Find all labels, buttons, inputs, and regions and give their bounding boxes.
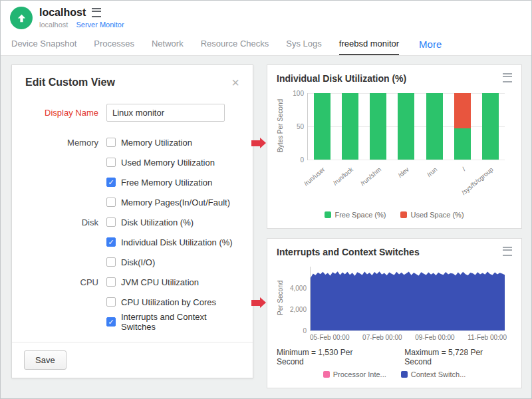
y-tick-label: 100 [293, 90, 304, 97]
header: localhost localhost Server Monitor [1, 1, 531, 34]
bar-sys-fs-cgroup[interactable] [482, 93, 499, 160]
bar-run-lock[interactable] [342, 93, 358, 160]
checkbox-jvm-cpu-utilization[interactable] [106, 277, 116, 287]
disk-y-axis-label: Bytes Per Second [277, 93, 284, 158]
bar-column-sys-fs-cgroup [477, 93, 505, 160]
interrupts-y-axis-label: Per Second [277, 265, 284, 331]
bar-[interactable] [454, 93, 471, 160]
legend-item-processor-inte[interactable]: Processor Inte... [323, 370, 386, 378]
tab-processes[interactable]: Processes [94, 39, 134, 55]
area-series-svg [311, 267, 505, 331]
y-tick-label: 0 [300, 156, 304, 164]
checkbox-individual-disk-utilization[interactable] [106, 237, 116, 247]
checkbox-disk-i-o[interactable] [106, 257, 116, 267]
metric-row-disk-utilization: DiskDisk Utilization (%) [24, 212, 241, 232]
metric-row-individual-disk-utilization: Individual Disk Utilization (%) [24, 232, 241, 252]
legend-label: Processor Inte... [333, 370, 386, 378]
legend-swatch [400, 211, 407, 218]
bar-used-segment [454, 93, 471, 128]
x-label-col: /run/shm [364, 162, 392, 190]
interrupts-chart: Per Second 02,0004,000 05-Feb 00:0007-Fe… [277, 264, 512, 342]
app-window: localhost localhost Server Monitor Devic… [0, 0, 532, 399]
checkbox-free-memory-utilization[interactable] [106, 178, 116, 187]
tab-device-snapshot[interactable]: Device Snapshot [11, 39, 76, 55]
x-category-label-dev: /dev [396, 166, 410, 179]
metric-label-individual-disk-utilization: Individual Disk Utilization (%) [121, 237, 233, 247]
tab-resource-checks[interactable]: Resource Checks [201, 39, 269, 55]
legend-item-free-space[interactable]: Free Space (%) [325, 211, 386, 219]
x-category-label-run: /run [426, 166, 439, 178]
bar-free-segment [454, 128, 471, 160]
metric-row-memory-utilization: MemoryMemory Utilization [24, 132, 241, 152]
title-menu-icon[interactable] [92, 8, 101, 17]
interrupts-summary: Minimum = 1,530 Per Second Maximum = 5,7… [277, 348, 512, 366]
panel-header: Edit Custom View × [12, 65, 253, 96]
content-area: Edit Custom View × Display Name MemoryMe… [1, 56, 531, 398]
x-label-col: /sys/fs/cgroup [476, 162, 504, 190]
checkbox-memory-utilization[interactable] [106, 138, 116, 147]
interrupts-plot: 02,0004,000 [310, 267, 505, 331]
checkbox-interrupts-and-context-switches[interactable] [106, 317, 116, 327]
metric-label-used-memory-utilization: Used Memory Utilization [121, 158, 215, 168]
disk-plot: 050100 [307, 93, 505, 160]
legend-label: Used Space (%) [410, 211, 464, 219]
legend-swatch [325, 211, 331, 218]
metric-row-memory-pages-in-out-fault: Memory Pages(In/Out/Fault) [24, 192, 241, 212]
nav-tabs: Device SnapshotProcessesNetworkResource … [1, 34, 531, 56]
checkbox-used-memory-utilization[interactable] [106, 158, 116, 167]
group-label-memory: Memory [24, 138, 106, 148]
display-name-row: Display Name [24, 104, 241, 122]
interrupts-card-menu-icon[interactable] [503, 247, 512, 256]
bar-column-run-user [308, 93, 336, 160]
legend-item-used-space[interactable]: Used Space (%) [400, 211, 464, 219]
display-name-input[interactable] [106, 104, 225, 122]
bar-run[interactable] [426, 93, 443, 160]
interrupts-legend: Processor Inte...Context Switch... [277, 370, 512, 380]
legend-item-context-switch[interactable]: Context Switch... [401, 370, 466, 378]
tab-freebsd-monitor[interactable]: freebsd monitor [339, 39, 399, 55]
disk-card-header: Individual Disk Utilization (%) [277, 73, 512, 84]
panel-footer: Save [12, 342, 253, 378]
breadcrumb-host[interactable]: localhost [39, 21, 68, 29]
metric-row-used-memory-utilization: Used Memory Utilization [24, 152, 241, 172]
bar-dev[interactable] [398, 93, 414, 160]
checkbox-memory-pages-in-out-fault[interactable] [106, 198, 116, 207]
bar-column-run [420, 93, 448, 160]
save-button[interactable]: Save [24, 350, 66, 370]
monitor-status-icon [10, 7, 33, 29]
x-category-label-: / [461, 166, 467, 172]
breadcrumb-server-monitor[interactable]: Server Monitor [76, 21, 124, 29]
metric-label-jvm-cpu-utilization: JVM CPU Utilization [121, 277, 199, 287]
close-icon[interactable]: × [231, 76, 239, 89]
maximum-value: Maximum = 5,728 Per Second [404, 348, 512, 366]
legend-swatch [401, 371, 408, 378]
bar-free-segment [482, 93, 499, 160]
checkbox-cpu-utilization-by-cores[interactable] [106, 297, 116, 307]
metric-label-free-memory-utilization: Free Memory Utilization [121, 178, 212, 188]
panel-title: Edit Custom View [25, 76, 115, 88]
x-label-col: /run [420, 162, 448, 190]
metric-label-disk-utilization: Disk Utilization (%) [121, 217, 194, 227]
nav-more[interactable]: More [419, 39, 442, 55]
metric-label-interrupts-and-context-switches: Interrupts and Context Switches [121, 312, 241, 332]
bar-column-run-shm [364, 93, 392, 160]
interrupts-card-title: Interrupts and Context Switches [277, 247, 420, 257]
legend-label: Context Switch... [411, 370, 466, 378]
minimum-value: Minimum = 1,530 Per Second [277, 348, 382, 366]
y-tick-label: 4,000 [290, 285, 307, 292]
disk-card-menu-icon[interactable] [503, 73, 512, 82]
bar-run-user[interactable] [314, 93, 331, 160]
bar-run-shm[interactable] [370, 93, 386, 160]
tab-sys-logs[interactable]: Sys Logs [286, 39, 321, 55]
interrupts-xlabels: 05-Feb 00:0007-Feb 00:0009-Feb 00:0011-F… [310, 334, 507, 341]
tab-network[interactable]: Network [152, 39, 184, 55]
x-category-label-run-user: /run/user [302, 166, 326, 188]
bar-free-segment [314, 93, 331, 160]
disk-card-title: Individual Disk Utilization (%) [277, 73, 406, 84]
bar-column-dev [392, 93, 420, 160]
group-label-cpu: CPU [24, 277, 106, 287]
panel-body: Display Name MemoryMemory UtilizationUse… [12, 96, 253, 342]
checkbox-disk-utilization[interactable] [106, 217, 116, 227]
pointer-arrow-disk-chart [251, 140, 260, 146]
y-tick-label: 2,000 [290, 306, 307, 313]
